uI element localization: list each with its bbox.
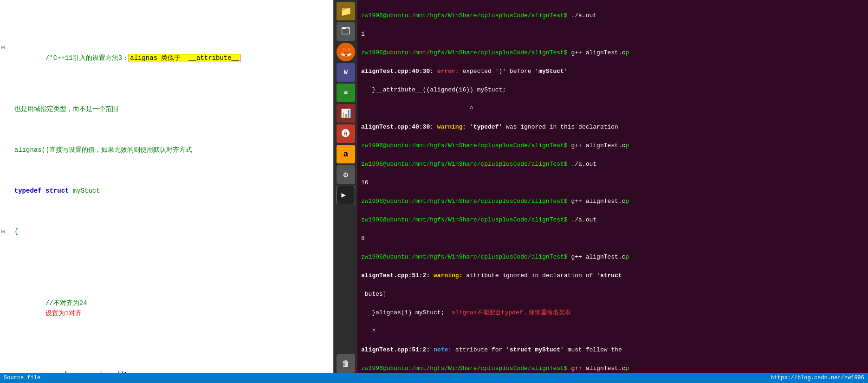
term-error-4: error: (437, 68, 463, 75)
sidebar-icon-firefox[interactable]: 🦊 (337, 43, 355, 61)
sidebar-icon-calc[interactable]: ≡ (337, 84, 355, 102)
spacer-4 (1, 186, 6, 196)
term-line-10: 16 (361, 178, 864, 188)
spacer-3 (1, 145, 6, 155)
spacer-2 (1, 104, 6, 114)
term-line-15b: butes] (361, 290, 864, 299)
term-line-9: zw1996@ubuntu:/mnt/hgfs/WinShare/cpluspl… (361, 160, 864, 169)
settings-icon: ⚙ (343, 169, 349, 180)
term-output-2: 1 (361, 31, 365, 38)
sidebar-icon-trash[interactable]: 🗑 (337, 354, 355, 373)
terminal-panel: 📁 🗔 🦊 W ≡ 📊 🅐 Ubuntu Software a (334, 0, 868, 373)
term-line-17: ^ (361, 327, 864, 336)
comment-text: /*C++11引入的设置方法3； (45, 54, 129, 62)
term-bold-4: myStuct (538, 68, 564, 75)
term-prompt-12: zw1996@ubuntu:/mnt/hgfs/WinShare/cpluspl… (361, 216, 571, 223)
line-code-5: { (6, 227, 333, 237)
status-right: https://blog.csdn.net/zw1996 (771, 375, 864, 381)
term-line-12: zw1996@ubuntu:/mnt/hgfs/WinShare/cpluspl… (361, 215, 864, 225)
sidebar-icon-folder[interactable]: 📁 (337, 2, 355, 20)
term-text-15: attribute ignored in declaration of 'str… (466, 272, 622, 279)
term-output-17: ^ (361, 328, 376, 335)
col-header-2: 设置为1对齐 (45, 310, 82, 317)
term-line-6: ^ (361, 104, 864, 113)
term-line-14: zw1996@ubuntu:/mnt/hgfs/WinShare/cpluspl… (361, 253, 864, 262)
term-output-16: }alignas(1) myStuct; (361, 309, 452, 316)
code-line-header: //不对齐为24 设置为1对齐 (0, 278, 333, 329)
minimize-icon: 🗔 (341, 26, 350, 37)
term-cmd-9: ./a.out (571, 161, 596, 168)
term-line-1: zw1996@ubuntu:/mnt/hgfs/WinShare/cpluspl… (361, 11, 864, 20)
term-note-18: note: (434, 346, 455, 353)
term-cmd-8: g++ alignTest.c (571, 142, 625, 149)
term-chinese-16: alignas不能配合typdef，修饰重命名类型 (452, 309, 571, 316)
term-line-4: alignTest.cpp:40:30: error: expected ')'… (361, 67, 864, 76)
term-prompt-9: zw1996@ubuntu:/mnt/hgfs/WinShare/cpluspl… (361, 161, 571, 168)
trash-icon: 🗑 (342, 359, 350, 369)
term-line-5: }__attribute__((aligned(16)) myStuct; (361, 85, 864, 95)
term-prompt-3: zw1996@ubuntu:/mnt/hgfs/WinShare/cpluspl… (361, 49, 571, 56)
term-cont-14: p (626, 253, 629, 260)
line-code-2: 也是用域指定类型，而不是一个范围 (6, 104, 333, 114)
collapse-icon-5[interactable]: ⊟ (1, 227, 6, 237)
code-line-2: 也是用域指定类型，而不是一个范围 (0, 104, 333, 114)
code-line-5: ⊟ { (0, 227, 333, 237)
status-bar: Source file https://blog.csdn.net/zw1996 (0, 373, 868, 383)
status-left: Source file (4, 375, 40, 381)
code-line-1: ⊟ /*C++11引入的设置方法3；alignas 类似于 __attribut… (0, 43, 333, 73)
main-area: ⊟ /*C++11引入的设置方法3；alignas 类似于 __attribut… (0, 0, 868, 373)
term-prompt-19: zw1996@ubuntu:/mnt/hgfs/WinShare/cpluspl… (361, 365, 571, 372)
collapse-icon-1[interactable]: ⊟ (1, 43, 6, 53)
sidebar-icon-amazon[interactable]: a (337, 145, 355, 163)
code-line-4: typedef struct myStuct (0, 186, 333, 196)
impress-icon: 📊 (341, 108, 351, 118)
sidebar-icon-software[interactable]: 🅐 Ubuntu Software (337, 124, 355, 143)
term-line-8: zw1996@ubuntu:/mnt/hgfs/WinShare/cpluspl… (361, 141, 864, 150)
sidebar-icon-terminal[interactable]: ▶_ (337, 186, 355, 204)
calc-icon: ≡ (344, 89, 348, 97)
term-cmd-19: g++ alignTest.c (571, 365, 625, 372)
term-cmd-3-cont: p (626, 49, 629, 56)
term-text-7: 'typedef' was ignored in this declaratio… (470, 123, 618, 130)
term-line-7: alignTest.cpp:40:30: warning: 'typedef' … (361, 123, 864, 132)
term-text-4: expected ')' before ' (462, 68, 538, 75)
term-text-18: attribute for 'struct myStuct' must foll… (455, 346, 622, 353)
line-code-header: //不对齐为24 设置为1对齐 (6, 278, 333, 329)
sidebar-icon-writer[interactable]: W (337, 63, 355, 82)
editor-content[interactable]: ⊟ /*C++11引入的设置方法3；alignas 类似于 __attribut… (0, 0, 333, 373)
amazon-icon: a (343, 149, 349, 159)
term-line-2: 1 (361, 30, 864, 39)
terminal-icon: ▶_ (341, 190, 350, 200)
folder-icon: 📁 (340, 6, 352, 17)
col1-6: char c_member;//1 (45, 370, 185, 373)
term-filename-4: alignTest.cpp:40:30: (361, 68, 437, 75)
term-line-3: zw1996@ubuntu:/mnt/hgfs/WinShare/cpluspl… (361, 48, 864, 58)
sidebar-icon-minimize[interactable]: 🗔 (337, 22, 355, 41)
line-code-6: char c_member;//1 //1-4 4 (6, 359, 333, 373)
code-line-3: alignas()直接写设置的值，如果无效的则使用默认对齐方式 (0, 145, 333, 155)
sidebar-icon-impress[interactable]: 📊 (337, 104, 355, 123)
term-cont-19: p (626, 365, 629, 372)
term-line-18: alignTest.cpp:51:2: note: attribute for … (361, 345, 864, 355)
term-prompt-14: zw1996@ubuntu:/mnt/hgfs/WinShare/cpluspl… (361, 253, 571, 260)
term-line-15: alignTest.cpp:51:2: warning: attribute i… (361, 271, 864, 280)
term-cmd-11: g++ alignTest.c (571, 198, 625, 205)
term-line-19: zw1996@ubuntu:/mnt/hgfs/WinShare/cpluspl… (361, 364, 864, 373)
line-code-1: /*C++11引入的设置方法3；alignas 类似于 __attribute_… (6, 43, 333, 73)
editor-panel: ⊟ /*C++11引入的设置方法3；alignas 类似于 __attribut… (0, 0, 334, 373)
term-line-16: }alignas(1) myStuct; alignas不能配合typdef，修… (361, 308, 864, 318)
writer-icon: W (344, 69, 348, 76)
term-prompt-8: zw1996@ubuntu:/mnt/hgfs/WinShare/cpluspl… (361, 142, 571, 149)
line-code-3: alignas()直接写设置的值，如果无效的则使用默认对齐方式 (6, 145, 333, 155)
term-cont-11: p (626, 198, 629, 205)
sidebar: 📁 🗔 🦊 W ≡ 📊 🅐 Ubuntu Software a (334, 0, 357, 373)
term-text-4b: ' (564, 68, 568, 75)
term-cont-8: p (626, 142, 629, 149)
code-line-6: char c_member;//1 //1-4 4 (0, 359, 333, 373)
term-output-10: 16 (361, 179, 369, 186)
sidebar-icon-settings[interactable]: ⚙ (337, 165, 355, 184)
terminal-content[interactable]: zw1996@ubuntu:/mnt/hgfs/WinShare/cpluspl… (357, 0, 868, 373)
col-header-1: //不对齐为24 (45, 298, 110, 308)
term-filename-7: alignTest.cpp:40:30: (361, 123, 437, 130)
spacer-h (1, 278, 6, 288)
